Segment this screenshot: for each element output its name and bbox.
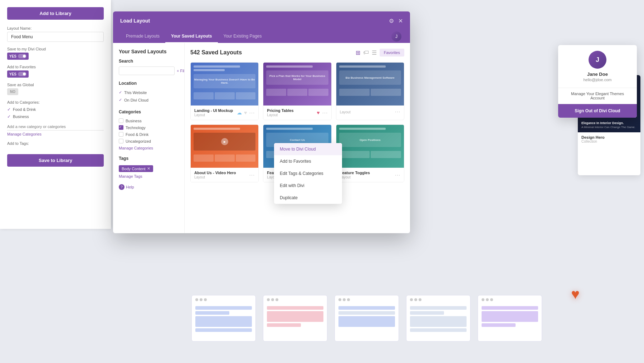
technology-label: Technology — [126, 126, 146, 130]
settings-icon[interactable]: ⚙ — [389, 18, 394, 24]
body-content-tag[interactable]: Body Content ✕ — [119, 165, 153, 172]
close-icon[interactable]: ✕ — [398, 18, 403, 24]
dots-2 — [263, 295, 327, 304]
more-options-icon-pricing[interactable]: ⋯ — [322, 109, 328, 116]
layout-name-landing: Landing - UI Mockup Layout — [194, 108, 233, 117]
layout-type-pricing: Layout — [267, 113, 293, 117]
thumb-col-t1 — [339, 151, 370, 158]
thumb-col-p2 — [287, 89, 307, 96]
layout-name-input[interactable] — [7, 32, 104, 42]
manage-categories-link[interactable]: Manage Categories — [7, 132, 104, 136]
layout-card-about[interactable]: ▶ About Us - Video Hero — [190, 124, 259, 182]
search-input[interactable] — [119, 67, 175, 75]
category-food-drink[interactable]: Food & Drink — [119, 131, 179, 138]
thumb-hero-text: Managing Your Business Doesn't Have to B… — [194, 78, 255, 84]
layout-card-landing[interactable]: Managing Your Business Doesn't Have to B… — [190, 62, 259, 120]
tag-remove-icon[interactable]: ✕ — [147, 166, 150, 171]
dot — [347, 298, 350, 301]
user-avatar-icon[interactable]: J — [391, 31, 401, 41]
save-global-group: Save as Global NO — [7, 83, 104, 95]
thumb-col — [215, 92, 235, 99]
category-check-icon: ✓ — [7, 107, 11, 112]
manage-account-link[interactable]: Manage Your Elegant Themes Account — [558, 88, 637, 104]
block-row — [195, 306, 252, 310]
manage-tags-link[interactable]: Manage Tags — [119, 174, 179, 178]
sidebar-title: Add to Library — [7, 7, 104, 20]
bg-thumb-5 — [478, 295, 542, 342]
tab-existing-pages[interactable]: Your Existing Pages — [218, 30, 268, 43]
add-favorites-label: Add to Favorites — [7, 65, 104, 69]
layout-name-group: Layout Name: — [7, 26, 104, 42]
location-divi-cloud[interactable]: ✓ On Divi Cloud — [119, 96, 179, 104]
bg-thumb-3 — [335, 295, 399, 342]
thumb-bar — [194, 69, 225, 71]
heart-icon[interactable]: ♥ — [244, 110, 247, 116]
favorites-toggle-track — [18, 72, 26, 76]
save-cloud-toggle-row: YES — [7, 53, 104, 60]
add-category-input[interactable] — [7, 123, 104, 131]
thumb-cols — [194, 92, 255, 99]
layout-info-pricing: Pricing Tables Layout ♥ ⋯ — [263, 106, 331, 120]
save-cloud-yes-toggle[interactable]: YES — [7, 53, 29, 60]
layout-card-biz[interactable]: Biz Business Management Software Layout — [336, 62, 404, 120]
list-view-button[interactable]: ☰ — [372, 49, 377, 56]
thumb-col-b1 — [339, 89, 370, 96]
right-card-sub: A Minimal Interior Can Change The Game. — [581, 126, 637, 129]
location-cloud-check-icon: ✓ — [119, 98, 122, 102]
help-label: Help — [126, 185, 134, 189]
favorites-button[interactable]: Favorites — [380, 49, 404, 57]
thumb-col-p3 — [308, 89, 328, 96]
layout-info-about: About Us - Video Hero Layout ⋯ — [191, 168, 258, 182]
thumb-col-p1 — [266, 89, 286, 96]
heart-filled-icon[interactable]: ♥ — [317, 110, 319, 116]
block-row — [195, 316, 252, 327]
tab-premade-layouts[interactable]: Premade Layouts — [120, 30, 165, 43]
tag-view-button[interactable]: 🏷 — [363, 49, 369, 56]
layout-actions-landing: ☁ ♥ ⋯ — [237, 109, 255, 116]
context-add-to-favorites[interactable]: Add to Favorites — [274, 155, 342, 167]
layout-card-toggles[interactable]: Open Positions Feature Toggles Layout — [336, 124, 404, 182]
yes-label: YES — [9, 54, 16, 58]
bg-thumb-2 — [263, 295, 327, 342]
thumb-hero-text-b: Biz Business Management Software — [346, 76, 395, 79]
block-row — [195, 328, 252, 332]
more-options-icon-about[interactable]: ⋯ — [249, 172, 255, 178]
context-edit-tags-categories[interactable]: Edit Tags & Categories — [274, 167, 342, 180]
layout-name-pricing-text: Pricing Tables — [267, 108, 293, 113]
context-move-to-cloud[interactable]: Move to Divi Cloud — [274, 143, 342, 155]
save-cloud-group: Save to my Divi Cloud YES — [7, 47, 104, 60]
more-options-icon-toggles[interactable]: ⋯ — [395, 172, 400, 178]
thumb-bar-t — [339, 128, 386, 130]
floating-heart[interactable]: ♥ — [571, 286, 580, 302]
help-row[interactable]: ? Help — [119, 184, 179, 190]
user-avatar: J — [589, 51, 606, 69]
sign-out-button[interactable]: Sign Out of Divi Cloud — [558, 104, 637, 118]
thumb-bar-p — [266, 65, 313, 68]
layout-name-about-text: About Us - Video Hero — [194, 171, 236, 175]
layout-thumb-landing: Managing Your Business Doesn't Have to B… — [191, 63, 258, 106]
favorites-yes-label: YES — [9, 72, 16, 76]
category-uncategorized[interactable]: Uncategorized — [119, 138, 179, 144]
filter-button[interactable]: + Filter — [177, 69, 185, 73]
context-edit-with-divi[interactable]: Edit with Divi — [274, 180, 342, 192]
block-row — [410, 306, 467, 310]
big-heart-icon[interactable]: ♥ — [571, 286, 580, 302]
more-options-icon-biz[interactable]: ⋯ — [395, 108, 400, 115]
thumb-cols-b — [339, 89, 401, 96]
context-duplicate[interactable]: Duplicate — [274, 192, 342, 204]
search-label: Search — [119, 59, 179, 64]
location-this-website[interactable]: ✓ This Website — [119, 89, 179, 96]
business-checkbox — [119, 118, 123, 123]
tab-saved-layouts[interactable]: Your Saved Layouts — [165, 30, 218, 43]
category-business[interactable]: Business — [119, 117, 179, 124]
layout-name-toggles-text: Feature Toggles — [340, 171, 370, 175]
more-options-icon[interactable]: ⋯ — [249, 109, 255, 116]
filter-manage-categories-link[interactable]: Manage Categories — [119, 146, 179, 150]
modal-header: Load Layout ⚙ ✕ — [113, 11, 410, 30]
save-to-library-button[interactable]: Save to Library — [7, 154, 104, 167]
save-global-no-toggle[interactable]: NO — [7, 88, 18, 95]
grid-view-button[interactable]: ⊞ — [356, 49, 360, 56]
add-favorites-yes-toggle[interactable]: YES — [7, 70, 29, 78]
category-technology[interactable]: Technology — [119, 124, 179, 131]
layout-card-pricing[interactable]: Pick a Plan that Works for Your Business… — [263, 62, 331, 120]
